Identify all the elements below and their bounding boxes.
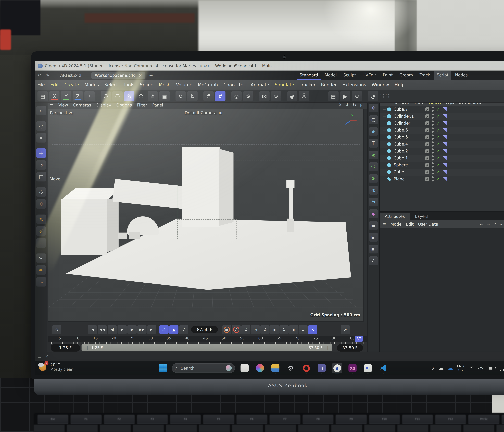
- object-row-cube-4[interactable]: Cube.4: [380, 141, 504, 148]
- lock-x-axis-button[interactable]: X: [49, 91, 59, 101]
- undo-icon[interactable]: ↶: [35, 73, 43, 78]
- forces-icon[interactable]: ⚙: [243, 91, 253, 101]
- layer-toggle-icon[interactable]: [425, 121, 429, 125]
- visibility-dots-icon[interactable]: [432, 148, 434, 154]
- key-layer-button[interactable]: ≡: [298, 325, 308, 334]
- range-grip-left[interactable]: ||: [85, 346, 88, 350]
- tray-chevron-icon[interactable]: ∧: [432, 366, 434, 370]
- attr-search-icon[interactable]: ⌕: [500, 222, 502, 226]
- render-view-icon[interactable]: ▤: [328, 91, 339, 101]
- add-text-icon[interactable]: T: [369, 139, 378, 148]
- visibility-dots-icon[interactable]: [432, 169, 434, 175]
- spline-arc-tool[interactable]: ✎: [36, 214, 46, 224]
- search-input[interactable]: ⌕ Search: [172, 363, 235, 373]
- tab-close-icon[interactable]: ×: [139, 73, 142, 78]
- keyframe-selection-button[interactable]: ⚙: [241, 325, 250, 334]
- exchange-icon[interactable]: ⇆: [369, 198, 378, 206]
- viewport-zoom-tool[interactable]: ⌕: [36, 106, 46, 115]
- wifi-icon[interactable]: [468, 366, 474, 370]
- view-label[interactable]: Perspective: [50, 111, 73, 115]
- toggle-layout-icon[interactable]: ◱: [360, 102, 364, 108]
- layer-toggle-icon[interactable]: [425, 177, 429, 181]
- layer-toggle-icon[interactable]: [425, 142, 429, 146]
- graph-mode-button[interactable]: ↗: [341, 325, 350, 334]
- cinema4d-taskbar-icon[interactable]: ◖: [332, 363, 342, 373]
- lock-y-axis-button[interactable]: Y: [61, 91, 71, 101]
- layout-browser-icon[interactable]: ▤: [37, 91, 48, 101]
- layer-toggle-icon[interactable]: [425, 128, 429, 132]
- dolly-view-icon[interactable]: ⇕: [345, 102, 349, 108]
- spline-pen-icon[interactable]: ✎: [124, 91, 134, 101]
- menu-spline[interactable]: Spline: [140, 82, 153, 87]
- menu-mesh[interactable]: Mesh: [159, 82, 171, 87]
- render-picture-viewer-icon[interactable]: ▶: [340, 91, 350, 101]
- status-check-icon[interactable]: ✓: [45, 354, 49, 359]
- measure-icon[interactable]: ∠: [369, 257, 378, 265]
- range-grip-right[interactable]: ||: [325, 346, 329, 350]
- menu-animate[interactable]: Animate: [251, 82, 269, 87]
- tweak-tool[interactable]: ➤: [36, 133, 46, 143]
- menu-modes[interactable]: Modes: [85, 82, 99, 87]
- key-parameter-button[interactable]: ▣: [289, 325, 298, 334]
- attr-menu-user-data[interactable]: User Data: [418, 222, 438, 226]
- object-row-cube[interactable]: Cube: [380, 169, 504, 175]
- attr-tab-attributes[interactable]: Attributes: [380, 213, 410, 221]
- layout-tab-track[interactable]: Track: [417, 71, 433, 80]
- tab-workshopscene[interactable]: WorkshopScene.c4d ×: [91, 72, 145, 79]
- snap-icon[interactable]: #: [203, 91, 214, 101]
- modeling-settings-icon[interactable]: ⚙: [271, 91, 281, 101]
- menu-create[interactable]: Create: [64, 82, 79, 87]
- visibility-dots-icon[interactable]: [432, 134, 434, 140]
- phong-tag-icon[interactable]: [443, 142, 447, 147]
- weather-widget[interactable]: 1 20°C Mostly clear: [38, 362, 72, 372]
- layer-toggle-icon[interactable]: [425, 107, 429, 111]
- widgets-app-icon[interactable]: [239, 363, 250, 373]
- scale-tool[interactable]: ◳: [36, 172, 46, 182]
- vscode-app-icon[interactable]: [378, 363, 388, 373]
- adobe-xd-app-icon[interactable]: Xd: [347, 363, 358, 373]
- material-icon[interactable]: ◆: [369, 209, 378, 218]
- attr-tab-layers[interactable]: Layers: [410, 213, 434, 221]
- autokey-button[interactable]: A: [232, 325, 241, 334]
- phong-tag-icon[interactable]: [443, 177, 447, 181]
- multi-transform-tool[interactable]: ✥: [36, 199, 46, 209]
- visibility-dots-icon[interactable]: [432, 141, 434, 147]
- enabled-check-icon[interactable]: [436, 141, 440, 147]
- battery-icon[interactable]: [488, 366, 495, 370]
- menu-character[interactable]: Character: [223, 82, 245, 87]
- viewport[interactable]: Perspective Default Camera ⊞ Move ✛ Grid…: [48, 109, 364, 322]
- layer-toggle-icon[interactable]: [425, 149, 429, 153]
- next-frame-button[interactable]: |▶: [127, 325, 137, 334]
- viewport-hamburger-icon[interactable]: ≡: [50, 103, 53, 107]
- spline-smooth-tool[interactable]: ∿: [36, 277, 46, 287]
- layer-toggle-icon[interactable]: [425, 135, 429, 139]
- clock[interactable]: 6:41 PM 2024-10-30: [499, 364, 504, 372]
- enabled-check-icon[interactable]: [436, 107, 440, 112]
- vp-menu-options[interactable]: Options: [116, 103, 132, 107]
- deformer-icon[interactable]: ⎔: [136, 91, 146, 101]
- vp-menu-panel[interactable]: Panel: [152, 103, 163, 107]
- attr-forward-icon[interactable]: →: [486, 222, 490, 226]
- layer-toggle-icon[interactable]: [425, 163, 429, 167]
- layout-tab-paint[interactable]: Paint: [380, 71, 396, 80]
- dynamics-icon[interactable]: ⇅: [187, 91, 198, 101]
- menu-help[interactable]: Help: [395, 82, 405, 87]
- move-tool[interactable]: ✛: [36, 148, 46, 158]
- range-end-field[interactable]: 87.50 F: [337, 344, 363, 351]
- record-button[interactable]: ●: [222, 325, 231, 334]
- visibility-dots-icon[interactable]: [432, 155, 434, 161]
- asset-capsule-icon[interactable]: Ⓐ: [299, 91, 309, 101]
- vp-menu-display[interactable]: Display: [96, 103, 111, 107]
- layer-toggle-icon[interactable]: [425, 170, 429, 174]
- layer-toggle-icon[interactable]: [425, 114, 429, 118]
- prev-key-button[interactable]: ◀◀: [98, 325, 107, 334]
- frame-icon[interactable]: ▢: [369, 115, 378, 124]
- visibility-dots-icon[interactable]: [432, 106, 434, 112]
- phong-tag-icon[interactable]: [443, 107, 447, 111]
- add-cube-icon[interactable]: ◆: [369, 127, 378, 136]
- enabled-check-icon[interactable]: [436, 134, 440, 140]
- visibility-dots-icon[interactable]: [432, 120, 434, 126]
- object-row-cube-2[interactable]: Cube.2: [380, 148, 504, 155]
- attr-hamburger-icon[interactable]: ≡: [383, 222, 386, 226]
- adobe-aero-app-icon[interactable]: Ar: [363, 363, 373, 373]
